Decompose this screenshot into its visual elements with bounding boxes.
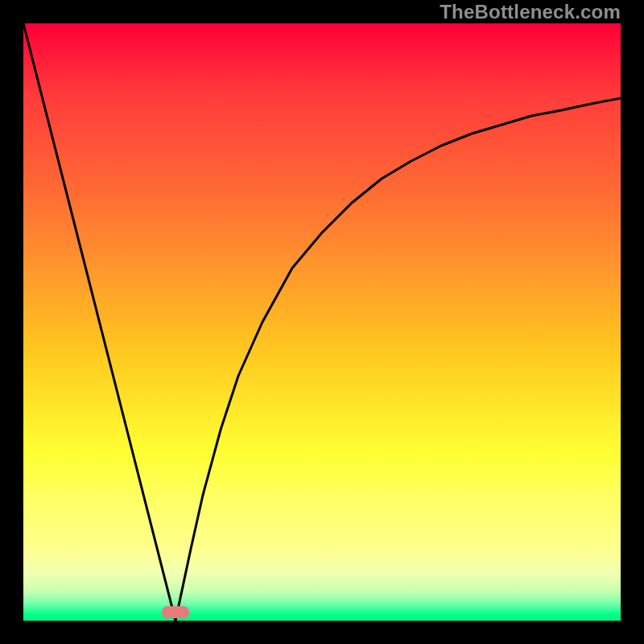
chart-frame: TheBottleneck.com [0,0,644,644]
curve-left-branch [23,23,175,621]
optimal-marker [162,606,189,618]
curve-svg [23,23,621,621]
plot-area [23,23,621,621]
curve-right-branch [175,98,621,621]
watermark-text: TheBottleneck.com [440,0,621,23]
